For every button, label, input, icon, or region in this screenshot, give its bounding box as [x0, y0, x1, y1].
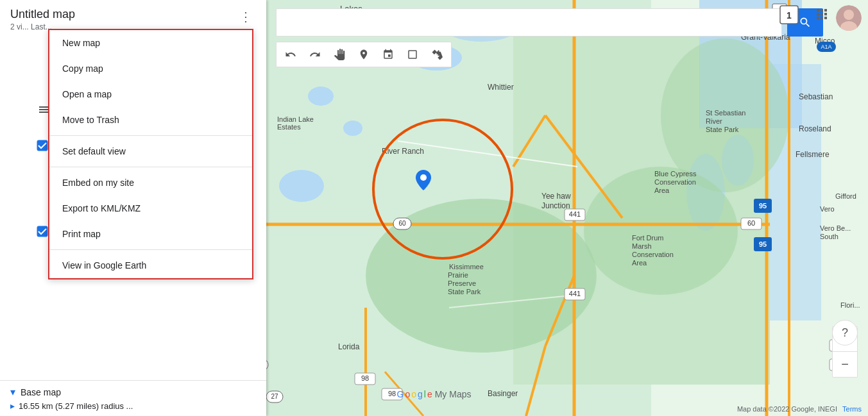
- menu-print-map[interactable]: Print map: [49, 221, 252, 247]
- svg-text:River: River: [706, 117, 722, 125]
- menu-export-kml[interactable]: Export to KML/KMZ: [49, 196, 252, 221]
- svg-point-3: [279, 170, 324, 202]
- svg-point-4: [308, 87, 334, 106]
- svg-text:Conservation: Conservation: [632, 251, 674, 258]
- menu-move-trash[interactable]: Move to Trash: [49, 107, 252, 133]
- svg-text:Blue Cypress: Blue Cypress: [654, 170, 697, 178]
- context-menu: New map Copy map Open a map Move to Tras…: [48, 29, 253, 279]
- expand-icon: ▸: [10, 401, 15, 411]
- svg-text:Estates: Estates: [277, 123, 301, 131]
- draw-path-button[interactable]: [377, 44, 400, 65]
- svg-text:Flori...: Flori...: [840, 301, 860, 309]
- svg-point-5: [343, 121, 362, 136]
- menu-divider-2: [49, 167, 252, 167]
- svg-text:Vero: Vero: [820, 205, 835, 213]
- svg-text:Fellsmere: Fellsmere: [796, 150, 830, 159]
- svg-text:1: 1: [787, 10, 792, 21]
- svg-text:State Park: State Park: [448, 288, 481, 295]
- measure-button[interactable]: [425, 44, 448, 65]
- svg-text:Prairie: Prairie: [448, 271, 468, 279]
- pan-button[interactable]: [328, 44, 351, 65]
- menu-open-map[interactable]: Open a map: [49, 81, 252, 107]
- add-marker-button[interactable]: [352, 44, 375, 65]
- app-grid-button[interactable]: [814, 6, 830, 24]
- svg-text:Basinger: Basinger: [488, 389, 518, 398]
- more-options-button[interactable]: ⋮: [235, 8, 256, 26]
- map-title: Untitled map: [10, 8, 75, 21]
- svg-text:Junction: Junction: [541, 201, 570, 210]
- draw-shape-button[interactable]: [401, 44, 424, 65]
- menu-view-earth[interactable]: View in Google Earth: [49, 253, 252, 278]
- zoom-out-button[interactable]: −: [832, 352, 858, 378]
- top-bar: [276, 6, 823, 38]
- svg-text:Fort Drum: Fort Drum: [632, 234, 664, 242]
- svg-text:South: South: [820, 233, 838, 240]
- menu-new-map[interactable]: New map: [49, 30, 252, 56]
- menu-embed-site[interactable]: Embed on my site: [49, 170, 252, 196]
- svg-text:Roseland: Roseland: [799, 124, 831, 133]
- svg-text:98: 98: [361, 374, 369, 382]
- toolbar: [276, 42, 452, 67]
- search-icon: [799, 16, 812, 29]
- menu-set-default[interactable]: Set default view: [49, 138, 252, 164]
- svg-text:Area: Area: [654, 187, 670, 194]
- layer-checkbox-2[interactable]: [37, 226, 48, 237]
- svg-text:A1A: A1A: [821, 44, 831, 50]
- svg-text:Indian Lake: Indian Lake: [277, 115, 314, 123]
- svg-text:441: 441: [569, 290, 581, 297]
- svg-text:Preserve: Preserve: [448, 279, 476, 287]
- us1-road-badge: 1: [779, 5, 799, 27]
- svg-text:Lorida: Lorida: [338, 342, 360, 351]
- menu-copy-map[interactable]: Copy map: [49, 56, 252, 81]
- svg-text:95: 95: [759, 240, 767, 248]
- menu-divider-3: [49, 249, 252, 250]
- terms-link[interactable]: Terms: [842, 405, 862, 413]
- svg-text:Yee haw: Yee haw: [541, 192, 571, 201]
- svg-text:State Park: State Park: [706, 126, 739, 133]
- svg-text:Whittier: Whittier: [488, 83, 514, 92]
- layer-checkbox-1[interactable]: [37, 140, 48, 151]
- svg-text:441: 441: [569, 210, 581, 218]
- svg-text:Kissimmee: Kissimmee: [449, 263, 484, 270]
- svg-text:98: 98: [388, 390, 396, 397]
- panel-bottom: ▸ 16.55 km (5.27 miles) radius ...: [0, 395, 266, 416]
- map-attribution: Map data ©2022 Google, INEGI Terms: [737, 405, 862, 413]
- svg-text:Area: Area: [632, 259, 647, 267]
- svg-point-107: [844, 10, 854, 20]
- svg-text:60: 60: [747, 219, 755, 227]
- svg-text:Conservation: Conservation: [654, 178, 696, 186]
- svg-text:95: 95: [759, 202, 767, 210]
- redo-button[interactable]: [303, 44, 327, 65]
- menu-divider-1: [49, 135, 252, 136]
- search-input[interactable]: [276, 8, 782, 37]
- svg-text:27: 27: [271, 393, 278, 400]
- svg-text:60: 60: [398, 220, 406, 227]
- undo-button[interactable]: [279, 44, 302, 65]
- svg-text:Gifford: Gifford: [835, 192, 856, 200]
- svg-text:Vero Be...: Vero Be...: [820, 224, 851, 232]
- svg-text:Marsh: Marsh: [632, 242, 652, 250]
- svg-text:River Ranch: River Ranch: [382, 147, 424, 156]
- radius-text: 16.55 km (5.27 miles) radius ...: [19, 401, 133, 411]
- svg-text:Sebastian: Sebastian: [799, 92, 833, 101]
- help-button[interactable]: ?: [832, 320, 858, 345]
- svg-text:St Sebastian: St Sebastian: [706, 109, 745, 117]
- user-avatar[interactable]: [836, 5, 862, 31]
